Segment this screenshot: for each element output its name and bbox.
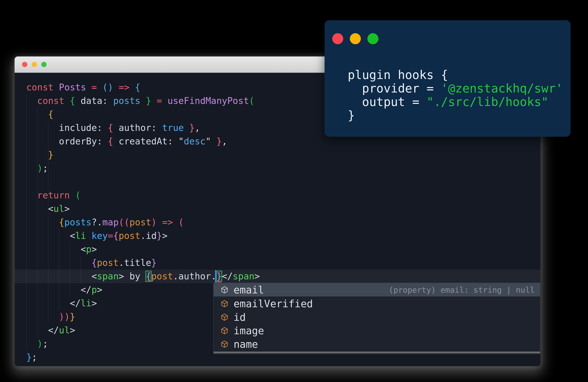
code-token xyxy=(26,325,48,335)
code-token: const xyxy=(26,82,59,93)
code-token: return xyxy=(37,190,75,201)
code-token xyxy=(113,82,119,93)
code-token xyxy=(26,271,92,282)
code-token: { xyxy=(113,230,119,241)
traffic-light-minimize-button[interactable] xyxy=(350,33,361,44)
suggest-label: name xyxy=(233,338,258,350)
code-token: { xyxy=(108,136,119,147)
code-token xyxy=(26,298,70,308)
code-token: const xyxy=(37,96,70,106)
suggest-detail: (property) email: string | null xyxy=(389,286,535,294)
code-token: ) xyxy=(37,339,43,349)
code-token: ; xyxy=(32,352,37,363)
code-token: output = xyxy=(348,95,427,109)
code-token: = xyxy=(92,82,102,93)
code-token xyxy=(157,217,162,228)
code-token: span xyxy=(233,271,254,282)
code-token: { xyxy=(48,109,54,119)
code-token: ) xyxy=(151,217,157,228)
code-token: () xyxy=(102,82,113,93)
code-token: => xyxy=(119,82,135,93)
code-token: p xyxy=(92,285,97,295)
suggest-item-image[interactable]: image xyxy=(214,324,540,337)
suggest-scrollbar[interactable] xyxy=(214,352,540,353)
code-line: <p> xyxy=(15,243,541,256)
code-token: post xyxy=(97,258,119,268)
traffic-lights xyxy=(22,57,47,73)
code-token: < xyxy=(81,244,86,254)
code-token: ul xyxy=(54,204,64,214)
text-cursor xyxy=(215,270,216,283)
code-line: } xyxy=(15,148,541,162)
code-token: < xyxy=(48,204,54,214)
code-line xyxy=(15,175,541,189)
code-token xyxy=(26,311,59,322)
code-token: </ xyxy=(70,298,81,308)
code-token: } xyxy=(348,109,355,122)
traffic-light-close-button[interactable] xyxy=(22,62,27,67)
code-token: ; xyxy=(43,163,48,173)
code-line: {post.title} xyxy=(15,256,541,269)
code-token: author: xyxy=(119,123,162,133)
code-token: "./src/lib/hooks" xyxy=(427,95,548,109)
suggest-label: image xyxy=(233,325,264,337)
code-token: posts xyxy=(64,217,92,228)
code-token: .title xyxy=(119,258,151,268)
code-token: = xyxy=(108,230,113,241)
code-token: > xyxy=(162,230,168,241)
code-token: > xyxy=(92,244,97,254)
code-token: ) xyxy=(64,311,70,322)
code-token: ) xyxy=(59,311,64,322)
code-token: plugin hooks { xyxy=(348,68,448,82)
code-line: } xyxy=(336,107,563,121)
field-symbol-icon xyxy=(220,326,229,335)
code-line: provider = '@zenstackhq/swr' xyxy=(336,80,563,94)
suggest-item-emailVerified[interactable]: emailVerified xyxy=(214,297,540,310)
code-token: map xyxy=(102,217,119,228)
code-token: . xyxy=(140,230,146,241)
code-token: { xyxy=(135,82,140,93)
code-token: useFindManyPost xyxy=(168,96,249,106)
code-token: = xyxy=(157,96,168,106)
code-token: > xyxy=(64,204,70,214)
code-token: } xyxy=(211,136,222,147)
code-line: {posts?.map((post) => ( xyxy=(15,216,541,229)
suggest-list: email(property) email: string | nullemai… xyxy=(214,283,540,351)
traffic-light-close-button[interactable] xyxy=(332,33,343,44)
suggest-label: email xyxy=(233,284,264,296)
overlay-traffic-lights xyxy=(332,33,378,44)
code-token: true xyxy=(162,123,184,133)
code-token: " xyxy=(206,136,211,147)
code-token: } xyxy=(157,230,162,241)
code-token: ( xyxy=(124,217,129,228)
traffic-light-zoom-button[interactable] xyxy=(367,33,378,44)
code-token: </ xyxy=(81,285,92,295)
code-token: ; xyxy=(43,339,48,349)
code-line: <ul> xyxy=(15,202,541,216)
code-token: li xyxy=(75,230,86,241)
code-line: <li key={post.id}> xyxy=(15,229,541,243)
desktop-background: const Posts = () => { const { data: post… xyxy=(0,0,588,382)
code-token: key xyxy=(92,230,108,241)
code-token: post xyxy=(119,230,140,241)
suggest-item-email[interactable]: email(property) email: string | null xyxy=(214,283,540,297)
code-line: <span> by {post.author.}</span> xyxy=(15,269,541,283)
code-token: } xyxy=(146,96,157,106)
code-token xyxy=(26,109,48,119)
field-symbol-icon xyxy=(220,300,229,308)
code-token xyxy=(26,244,81,254)
code-token xyxy=(86,230,92,241)
code-token: ul xyxy=(59,325,70,335)
code-token: span xyxy=(97,271,119,282)
code-token: " xyxy=(178,136,184,147)
traffic-light-zoom-button[interactable] xyxy=(41,62,47,67)
traffic-light-minimize-button[interactable] xyxy=(32,62,37,67)
code-token: { xyxy=(59,217,64,228)
code-token: > xyxy=(97,285,102,295)
code-token: </ xyxy=(222,271,233,282)
code-token: createdAt: xyxy=(119,136,178,147)
suggest-item-id[interactable]: id xyxy=(214,310,540,324)
suggest-item-name[interactable]: name xyxy=(214,337,540,351)
suggest-label: emailVerified xyxy=(233,298,313,309)
code-token: ) xyxy=(37,163,43,173)
